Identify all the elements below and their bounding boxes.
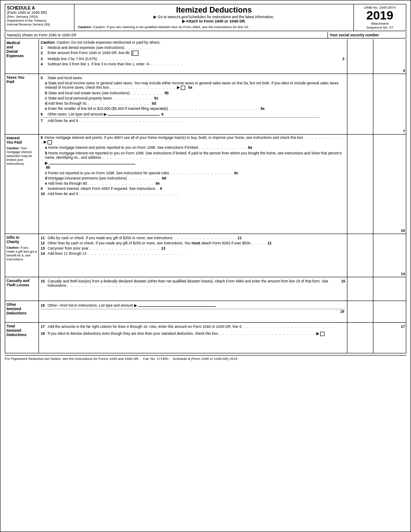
line8b-label: 8b	[46, 165, 50, 170]
line5a-block: a State and local income taxes or genera…	[45, 81, 345, 90]
tax-year: 2019	[356, 10, 404, 22]
line13-row: 13 Carryover from prior year . . . . . .…	[41, 246, 345, 250]
ssn-label: Your social security number	[328, 32, 406, 38]
line9-label: 9	[160, 186, 162, 191]
revision-date: (Rev. January 2020)	[7, 15, 72, 19]
caution-label: Caution:	[41, 40, 55, 45]
line14-text: Add lines 11 through 13 . . . . . . . . …	[48, 251, 187, 256]
line5c-label: 5c	[154, 96, 158, 100]
line17-text: Add the amounts in the far right column …	[48, 324, 335, 329]
taxes-mid-col	[347, 74, 373, 134]
line8-checkbox[interactable]	[48, 140, 52, 144]
line9-num: 9	[41, 186, 47, 191]
attachment-label: Attachment	[356, 22, 404, 26]
line5-text: State and local taxes.	[48, 76, 345, 80]
line9-text: Investment interest. Attach Form 4952 if…	[48, 186, 158, 191]
taxes-content: 5 State and local taxes. a State and loc…	[39, 74, 347, 134]
line18-text: If you elect to itemize deductions even …	[48, 331, 325, 336]
taxes-far-col: 7	[373, 74, 406, 134]
line8d-row: d Mortgage insurance premiums (see instr…	[45, 176, 345, 180]
medical-caution-text: Caution: Do not include expenses reimbur…	[57, 40, 161, 45]
line11-text: Gifts by cash or check. If you made any …	[48, 236, 236, 240]
caution-text: Caution: If you are claiming a net quali…	[93, 25, 249, 29]
line8c-row: c Points not reported to you on Form 109…	[45, 171, 345, 175]
line7-num: 7	[41, 119, 47, 123]
line18-num: 18	[41, 331, 47, 336]
subtitle1: ▶ Go to www.irs.gov/ScheduleA for instru…	[78, 15, 350, 19]
line5b-text: b State and local real estate taxes (see…	[45, 91, 163, 95]
line2-text: Enter amount from Form 1040 or 1040-SR, …	[48, 51, 345, 56]
line12-text: Other than by cash or check. If you made…	[48, 241, 266, 245]
other-section: OtherItemizedDeductions 16 Other—from li…	[5, 301, 406, 323]
line8b-field[interactable]	[49, 160, 135, 164]
line14-num: 14	[41, 251, 47, 256]
line11-num: 11	[41, 236, 47, 240]
line7-text: Add lines 5e and 6 . . . . . . . . . . .…	[48, 119, 183, 123]
line18-checkbox[interactable]	[320, 332, 324, 336]
line8-row: 8 Home mortgage interest and points. If …	[41, 135, 345, 144]
total-section: TotalItemizedDeductions 17 Add the amoun…	[5, 323, 406, 353]
gifts-section: Gifts toCharity Caution: If you made a g…	[5, 234, 406, 277]
line1-text: Medical and dental expenses (see instruc…	[48, 45, 339, 50]
casualty-mid-col	[347, 277, 373, 301]
casualty-label: Casualty andTheft Losses	[5, 277, 39, 301]
line10-num: 10	[41, 192, 47, 196]
line3-label: 3	[342, 57, 344, 61]
line1-num: 1	[41, 45, 47, 50]
line15-text: Casualty and theft loss(es) from a feder…	[48, 279, 340, 288]
line5d-label: 5d	[152, 101, 156, 106]
total-label: TotalItemizedDeductions	[5, 323, 39, 353]
gifts-far-col: 14	[373, 234, 406, 277]
line6-text: Other taxes. List type and amount ▶	[48, 112, 160, 116]
form-title: Itemized Deductions	[78, 6, 350, 15]
gifts-mid-col	[347, 234, 373, 277]
footer: For Paperwork Reduction Act Notice, see …	[5, 355, 406, 361]
medical-section-label: Medical and Dental Expenses	[6, 41, 24, 58]
line12-row: 12 Other than by cash or check. If you m…	[41, 241, 345, 245]
casualty-far-col	[373, 277, 406, 301]
taxes-section: Taxes You Paid 5 State and local taxes. …	[5, 74, 406, 135]
line5c-row: c State and local personal property taxe…	[45, 96, 345, 100]
line5b-row: b State and local real estate taxes (see…	[45, 91, 345, 95]
line5d-row: d Add lines 5a through 5c . . . . . . . …	[45, 101, 345, 106]
line5a-checkbox[interactable]	[181, 86, 185, 90]
line17-far-label: 17	[401, 324, 405, 329]
line3-row: 3 Multiply line 2 by 7.5% (0.075) . . . …	[41, 57, 345, 61]
line5e-label: 5e	[260, 106, 264, 111]
line7-far-label: 7	[403, 129, 405, 133]
line6-field[interactable]	[108, 112, 160, 115]
line17-num: 17	[41, 324, 47, 329]
line8a-label: 8a	[248, 145, 252, 150]
line18-row: 18 If you elect to itemize deductions ev…	[41, 331, 345, 336]
line11-row: 11 Gifts by cash or check. If you made a…	[41, 236, 345, 240]
line8b-block: b Home mortgage interest not reported to…	[45, 151, 345, 170]
form-number: (Form 1040 or 1040-SR)	[7, 10, 72, 15]
line2-box[interactable]: 2	[132, 51, 138, 56]
line14-far-label: 14	[401, 272, 405, 276]
line16-field[interactable]	[138, 303, 216, 307]
interest-title: InterestYou Paid	[6, 136, 37, 144]
line16-label-right: 16	[41, 309, 345, 314]
interest-section: InterestYou Paid Caution: Your mortgage …	[5, 135, 406, 234]
line13-label: 13	[161, 246, 165, 250]
line2-row: 2 Enter amount from Form 1040 or 1040-SR…	[41, 51, 345, 56]
gifts-label: Gifts toCharity Caution: If you made a g…	[5, 234, 39, 277]
line10-row: 10 Add lines 8e and 9 . . . . . . . . . …	[41, 192, 345, 196]
casualty-section: Casualty andTheft Losses 15 Casualty and…	[5, 277, 406, 301]
line8-text: Home mortgage interest and points. If yo…	[41, 135, 344, 144]
line13-num: 13	[41, 246, 47, 250]
line16-num: 16	[41, 303, 47, 308]
taxes-label: Taxes You Paid	[5, 74, 39, 134]
line5d-text: d Add lines 5a through 5c . . . . . . . …	[45, 101, 150, 106]
line5e-row: e Enter the smaller of line 5d or $10,00…	[45, 106, 345, 111]
interest-content: 8 Home mortgage interest and points. If …	[39, 135, 347, 234]
line15-label: 15	[341, 279, 345, 283]
line14-row: 14 Add lines 11 through 13 . . . . . . .…	[41, 251, 345, 256]
schedule-label: SCHEDULE A	[7, 6, 72, 10]
subtitle2: ▶ Attach to Form 1040 or 1040-SR.	[78, 19, 350, 23]
footer-schedule: Schedule A (Form 1040 or 1040-SR) 2019	[173, 357, 237, 361]
line3-text: Multiply line 2 by 7.5% (0.075) . . . . …	[48, 57, 342, 61]
line10-text: Add lines 8e and 9 . . . . . . . . . . .…	[48, 192, 179, 196]
total-far-col: 17	[373, 323, 406, 353]
line6-num: 6	[41, 112, 47, 116]
